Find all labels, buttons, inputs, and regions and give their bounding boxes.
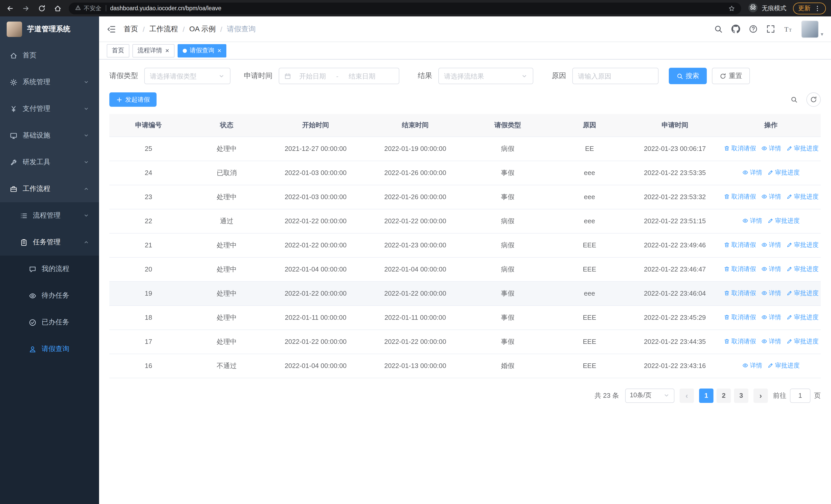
sidebar-item-dev-tools[interactable]: 研发工具 [0,149,99,176]
detail-link[interactable]: 详情 [761,241,781,249]
tab-process-detail[interactable]: 流程详情× [133,44,174,57]
table-header-row: 申请编号状态开始时间结束时间请假类型原因申请时间操作 [109,114,821,137]
progress-link[interactable]: 审批进度 [786,289,819,298]
help-icon[interactable] [749,25,757,33]
page-size-select[interactable]: 10条/页 [625,388,675,403]
sidebar-item-system[interactable]: 系统管理 [0,69,99,95]
github-icon[interactable] [732,25,740,33]
reason-field[interactable] [572,68,659,84]
progress-link[interactable]: 审批进度 [767,168,800,177]
cancel-link[interactable]: 取消请假 [724,313,756,322]
tab-label: 请假查询 [190,46,214,55]
cancel-link[interactable]: 取消请假 [724,337,756,346]
reason-input[interactable] [578,72,653,80]
forward-icon[interactable] [21,4,30,13]
page-button-2[interactable]: 2 [717,388,731,403]
breadcrumb-item[interactable]: 首页 [124,24,138,34]
font-size-icon[interactable]: TT [784,25,793,33]
browser-update-button[interactable]: 更新 [793,2,826,14]
browser-home-icon[interactable] [53,4,62,13]
chevron-down-icon [218,72,225,79]
cancel-link[interactable]: 取消请假 [724,241,756,249]
sidebar-item-label: 支付管理 [23,104,50,113]
search-button[interactable]: 搜索 [669,68,707,84]
breadcrumb-item[interactable]: 工作流程 [149,24,178,34]
progress-link[interactable]: 审批进度 [767,361,800,370]
fullscreen-icon[interactable] [766,25,775,33]
search-icon[interactable] [714,25,723,33]
cancel-link[interactable]: 取消请假 [724,265,756,273]
detail-link[interactable]: 详情 [761,192,781,201]
detail-link[interactable]: 详情 [742,361,762,370]
app-logo[interactable]: 芋道管理系统 [0,17,99,42]
progress-link[interactable]: 审批进度 [786,144,819,153]
cancel-link[interactable]: 取消请假 [724,289,756,298]
breadcrumb-item[interactable]: OA 示例 [190,24,216,34]
start-date-input[interactable] [294,72,331,80]
goto-label: 前往 [773,391,786,400]
cell-id: 17 [109,329,188,354]
leave-type-input[interactable] [150,72,215,80]
breadcrumb-separator: / [220,25,222,33]
back-icon[interactable] [5,4,15,13]
sidebar-item-workflow[interactable]: 工作流程 [0,176,99,202]
sidebar-item-my-process[interactable]: 我的流程 [0,256,99,282]
leave-type-select[interactable] [144,68,230,84]
progress-link[interactable]: 审批进度 [786,241,819,249]
detail-link-label: 详情 [769,144,781,153]
chevron-down-icon [521,72,528,79]
collapse-sidebar-icon[interactable] [107,24,116,34]
detail-link[interactable]: 详情 [761,313,781,322]
detail-link[interactable]: 详情 [742,168,762,177]
progress-link[interactable]: 审批进度 [786,265,819,273]
tab-leave-query[interactable]: 请假查询× [177,44,226,57]
close-icon[interactable]: × [165,47,169,54]
date-range-picker[interactable]: - [279,68,399,84]
prev-page-button[interactable]: ‹ [680,388,694,403]
toolbar-refresh-icon[interactable] [806,92,821,107]
close-icon[interactable]: × [218,47,221,54]
sidebar-item-home[interactable]: 首页 [0,42,99,69]
sidebar-item-task-mgmt[interactable]: 任务管理 [0,229,99,256]
browser-menu-icon[interactable] [814,5,821,11]
sidebar-item-infrastructure[interactable]: 基础设施 [0,122,99,149]
end-date-input[interactable] [344,72,381,80]
next-page-button[interactable]: › [753,388,768,403]
sidebar-item-todo-task[interactable]: 待办任务 [0,282,99,309]
address-bar[interactable]: 不安全 dashboard.yudao.iocoder.cn/bpm/oa/le… [69,2,741,14]
result-select[interactable] [438,68,533,84]
tab-home[interactable]: 首页 [107,44,130,57]
goto-page-input[interactable] [790,388,810,403]
cell-start: 2022-01-22 00:00:00 [266,281,366,305]
gear-icon [10,78,18,86]
bookmark-star-icon[interactable] [728,5,735,11]
sidebar-item-payment[interactable]: 支付管理 [0,95,99,122]
security-warning[interactable]: 不安全 [75,4,102,12]
sidebar-item-leave-query[interactable]: 请假查询 [0,336,99,362]
page-button-3[interactable]: 3 [734,388,748,403]
reset-button[interactable]: 重置 [712,68,750,84]
progress-link[interactable]: 审批进度 [767,216,800,225]
reset-button-label: 重置 [729,71,742,81]
detail-link[interactable]: 详情 [761,144,781,153]
sidebar-item-process-mgmt[interactable]: 流程管理 [0,202,99,229]
cancel-link[interactable]: 取消请假 [724,192,756,201]
sidebar-menu: 首页系统管理支付管理基础设施研发工具工作流程流程管理任务管理我的流程待办任务已办… [0,42,99,362]
create-leave-button[interactable]: 发起请假 [109,92,156,107]
detail-link[interactable]: 详情 [761,265,781,273]
progress-link[interactable]: 审批进度 [786,313,819,322]
toolbar-search-icon[interactable] [787,92,801,107]
reload-icon[interactable] [37,4,46,13]
progress-link[interactable]: 审批进度 [786,337,819,346]
page-button-1[interactable]: 1 [699,388,713,403]
svg-text:T: T [789,28,792,33]
result-input[interactable] [444,72,518,80]
detail-link[interactable]: 详情 [761,289,781,298]
cell-applied: 2022-01-22 23:45:29 [629,305,721,329]
detail-link[interactable]: 详情 [761,337,781,346]
cancel-link[interactable]: 取消请假 [724,144,756,153]
progress-link[interactable]: 审批进度 [786,192,819,201]
detail-link[interactable]: 详情 [742,216,762,225]
user-menu[interactable]: ▾ [801,20,823,38]
sidebar-item-done-task[interactable]: 已办任务 [0,309,99,336]
